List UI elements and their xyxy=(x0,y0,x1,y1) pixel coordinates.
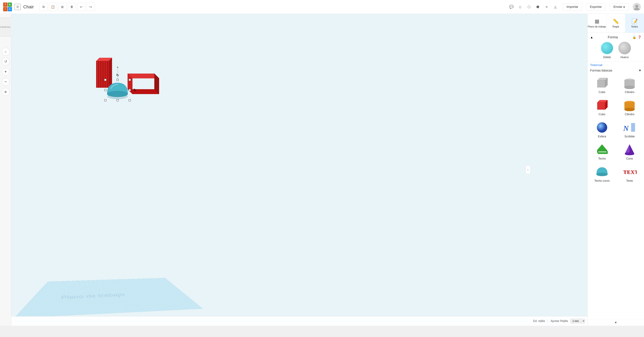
shape-esfera-blue[interactable]: Esfera xyxy=(590,120,614,140)
handle-ml[interactable] xyxy=(104,89,106,91)
texto-label: Texto xyxy=(626,179,633,182)
home-view-btn[interactable]: ⌂ xyxy=(2,48,10,55)
project-title[interactable]: Chair xyxy=(23,4,34,10)
toolbar-actions: ⧉ 📋 ⊞ 🗑 ↩ ↪ xyxy=(40,3,95,11)
basic-shapes-title: Formas básicas xyxy=(590,69,612,72)
shape-cubo-gray[interactable]: Cubo xyxy=(590,76,614,95)
hollow-circle xyxy=(618,42,631,54)
handle-br[interactable] xyxy=(128,99,131,102)
shape-options: Sólido Hueco xyxy=(590,42,642,59)
shape-panel-icons: 🔒 ❓ xyxy=(632,35,642,39)
cilindro-gray-icon xyxy=(622,77,638,89)
shapes-grid: Cubo Cilindro xyxy=(590,76,642,184)
shape-panel-collapse-icon[interactable]: ▲ xyxy=(590,36,593,39)
tab-plano[interactable]: ▦ Plano de trabajo xyxy=(588,14,606,32)
svg-point-43 xyxy=(596,173,608,176)
panel-toggle-btn[interactable]: › xyxy=(526,166,530,174)
handle-bl[interactable] xyxy=(104,99,106,102)
grid-size-select[interactable]: 1 mm 0.5 mm 2 mm 5 mm xyxy=(570,319,585,323)
shape-panel-header: ▲ Forma 🔒 ❓ xyxy=(590,35,642,39)
handle-mr[interactable] xyxy=(128,89,131,91)
cono-purple-label: Cono xyxy=(626,157,633,160)
canvas-area[interactable]: Plano de trabajo xyxy=(11,14,588,326)
shape-red-box[interactable] xyxy=(124,74,159,96)
zoom-out-btn[interactable]: − xyxy=(2,78,10,86)
solid-circle xyxy=(601,42,613,54)
copy-btn[interactable]: ⧉ xyxy=(40,3,48,11)
shapes-library: Tinkercad Formas básicas ▼ xyxy=(588,62,644,320)
left-panel: FRONTAL ⌂ ↺ + − ⊕ xyxy=(0,14,11,326)
notes-label: Notes xyxy=(632,25,638,28)
main-layout: FRONTAL ⌂ ↺ + − ⊕ Plano de trabajo xyxy=(0,14,644,326)
basic-shapes-arrow-icon[interactable]: ▼ xyxy=(638,69,642,72)
union-tool-icon[interactable]: ⬡ xyxy=(526,4,532,10)
hole-tool-icon[interactable]: ⬢ xyxy=(534,4,541,10)
delete-btn[interactable]: 🗑 xyxy=(68,3,76,11)
right-panel-tabs: ▦ Plano de trabajo 📏 Regla 📝 Notes xyxy=(588,14,644,33)
shape-texto[interactable]: TEXT TEXT Texto xyxy=(617,164,642,184)
tab-regla[interactable]: 📏 Regla xyxy=(606,14,625,32)
app-logo: T K I C xyxy=(3,2,12,11)
svg-point-1 xyxy=(634,8,640,10)
importar-btn[interactable]: Importar xyxy=(563,3,582,10)
enviar-btn[interactable]: Enviar a xyxy=(610,3,629,10)
shape-cilindro-orange[interactable]: Cilindro xyxy=(617,98,642,117)
comment-tool-icon[interactable]: 💬 xyxy=(508,4,515,10)
basic-shapes-header: Formas básicas ▼ xyxy=(590,68,642,74)
fit-view-btn[interactable]: ⊕ xyxy=(2,88,10,96)
plano-label: Plano de trabajo xyxy=(588,25,606,28)
techo-green-icon xyxy=(594,143,610,156)
align-tool-icon[interactable]: ≡ xyxy=(543,4,550,10)
svg-point-32 xyxy=(597,122,607,133)
grid-plane xyxy=(14,278,203,318)
separator: | xyxy=(547,320,548,323)
user-avatar[interactable] xyxy=(633,3,641,11)
shape-panel-title: Forma xyxy=(608,35,618,39)
esfera-blue-label: Esfera xyxy=(598,135,606,138)
regla-icon: 📏 xyxy=(613,18,619,24)
rotation-handle-right[interactable]: ↻ xyxy=(134,88,136,92)
handle-tr[interactable] xyxy=(128,79,131,81)
shapes-scroll-down-icon[interactable]: ▼ xyxy=(614,321,618,324)
snap-tool-icon[interactable]: ◇ xyxy=(517,4,524,10)
svg-marker-36 xyxy=(597,144,608,152)
handle-tl[interactable] xyxy=(104,79,106,81)
regla-label: Regla xyxy=(612,25,619,28)
svg-marker-27 xyxy=(597,102,605,110)
shape-techo-green[interactable]: Techo xyxy=(590,142,614,162)
hollow-label: Hueco xyxy=(620,56,628,59)
rotate-view-btn[interactable]: ↺ xyxy=(2,58,10,66)
scribble-icon: N xyxy=(622,121,638,134)
mirror-tool-icon[interactable]: ◬ xyxy=(552,4,559,10)
hollow-option[interactable]: Hueco xyxy=(618,42,631,59)
zoom-in-btn[interactable]: + xyxy=(2,68,10,76)
notes-icon: 📝 xyxy=(632,18,638,24)
tab-notes[interactable]: 📝 Notes xyxy=(625,14,644,32)
redo-btn[interactable]: ↪ xyxy=(87,3,95,11)
shape-cubo-red[interactable]: Cubo xyxy=(590,98,614,117)
svg-marker-42 xyxy=(630,144,634,154)
project-menu-icon[interactable]: ☰ xyxy=(14,4,21,10)
svg-point-0 xyxy=(635,5,638,8)
svg-marker-39 xyxy=(597,152,608,154)
paste-btn[interactable]: 📋 xyxy=(49,3,57,11)
shape-techo-curvo[interactable]: Techo curvo xyxy=(590,164,614,184)
shape-cono-purple[interactable]: Cono xyxy=(617,142,642,162)
svg-text:N: N xyxy=(623,124,629,132)
solid-option[interactable]: Sólido xyxy=(601,42,613,59)
shape-cilindro-gray[interactable]: Cilindro xyxy=(617,76,642,95)
cubo-gray-label: Cubo xyxy=(598,90,605,94)
logo-cad: C xyxy=(8,7,12,11)
height-dot xyxy=(117,67,118,68)
info-icon[interactable]: ❓ xyxy=(638,35,642,39)
height-indicator xyxy=(118,67,118,80)
svg-text:TEXT: TEXT xyxy=(624,170,636,175)
exportar-btn[interactable]: Exportar xyxy=(586,3,606,10)
duplicate-btn[interactable]: ⊞ xyxy=(58,3,66,11)
lock-icon[interactable]: 🔒 xyxy=(632,35,636,39)
handle-bm[interactable] xyxy=(116,99,119,102)
undo-btn[interactable]: ↩ xyxy=(77,3,85,11)
shape-teal-halfsphere[interactable]: ↻ ↻ xyxy=(105,80,130,100)
shape-scribble[interactable]: N Scribble xyxy=(617,120,642,140)
front-view-label: FRONTAL xyxy=(0,26,11,28)
